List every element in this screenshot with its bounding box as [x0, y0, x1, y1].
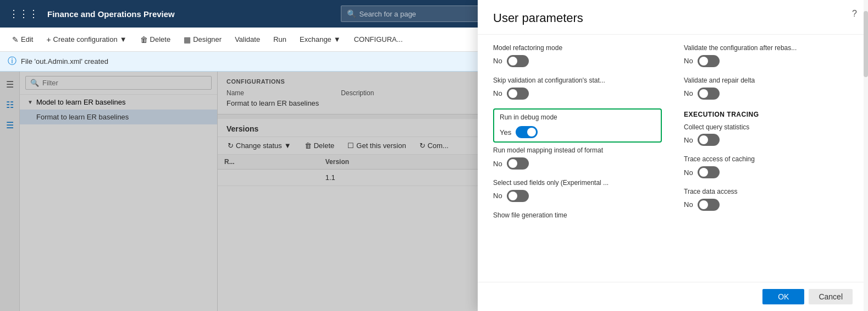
user-params-panel: User parameters ? Model refactoring mode…: [478, 0, 868, 311]
param-run-model-mapping: Run model mapping instead of format No: [493, 146, 662, 170]
cancel-button[interactable]: Cancel: [809, 289, 853, 304]
param-validate-rebase-value: No: [684, 57, 693, 65]
execution-tracing-header: EXECUTION TRACING: [684, 111, 853, 118]
param-debug-mode-highlight: Run in debug mode Yes: [493, 108, 662, 143]
param-select-used-fields-value: No: [493, 192, 502, 200]
trash-icon: 🗑: [140, 35, 148, 44]
param-trace-caching-value: No: [684, 168, 693, 177]
plus-icon: +: [46, 35, 51, 44]
grid-icon[interactable]: ⋮⋮⋮: [7, 6, 41, 22]
param-validate-repair-toggle[interactable]: [698, 88, 720, 100]
param-run-model-mapping-toggle[interactable]: [507, 157, 529, 170]
create-config-button[interactable]: + Create configuration ▼: [41, 33, 132, 46]
param-debug-mode-label: Run in debug mode: [500, 113, 655, 122]
param-trace-caching-toggle[interactable]: [698, 166, 720, 178]
param-select-used-fields-toggle[interactable]: [507, 190, 529, 202]
delete-button[interactable]: 🗑 Delete: [135, 33, 176, 46]
exchange-dropdown-icon: ▼: [334, 35, 341, 43]
info-icon: ⓘ: [8, 56, 16, 67]
param-debug-mode-toggle[interactable]: [516, 126, 538, 138]
validate-button[interactable]: Validate: [229, 33, 266, 46]
param-model-refactoring-value: No: [493, 57, 502, 65]
designer-icon: ▦: [184, 35, 191, 44]
configuration-button[interactable]: CONFIGURA...: [349, 33, 408, 46]
run-button[interactable]: Run: [268, 33, 292, 46]
search-icon: 🔍: [347, 9, 356, 18]
edit-button[interactable]: ✎ Edit: [7, 33, 38, 46]
param-validate-rebase: Validate the configuration after rebas..…: [684, 43, 853, 67]
param-collect-query: Collect query statistics No: [684, 123, 853, 146]
app-title: Finance and Operations Preview: [47, 9, 175, 19]
param-validate-repair: Validate and repair delta No: [684, 76, 853, 100]
param-validate-repair-label: Validate and repair delta: [684, 76, 853, 85]
param-select-used-fields: Select used fields only (Experimental ..…: [493, 178, 662, 202]
param-skip-validation-toggle[interactable]: [507, 88, 529, 100]
param-run-model-mapping-label: Run model mapping instead of format: [493, 146, 662, 155]
param-trace-data-access: Trace data access No: [684, 187, 853, 211]
panel-footer: OK Cancel: [478, 282, 868, 311]
param-show-file-gen-time: Show file generation time: [493, 211, 662, 222]
param-validate-rebase-toggle[interactable]: [698, 55, 720, 67]
param-run-model-mapping-value: No: [493, 160, 502, 168]
param-skip-validation: Skip validation at configuration's stat.…: [493, 76, 662, 100]
exchange-button[interactable]: Exchange ▼: [294, 33, 346, 46]
param-skip-validation-value: No: [493, 89, 502, 97]
param-skip-validation-label: Skip validation at configuration's stat.…: [493, 76, 662, 85]
param-trace-caching: Trace access of caching No: [684, 155, 853, 178]
param-trace-caching-label: Trace access of caching: [684, 155, 853, 164]
param-model-refactoring-label: Model refactoring mode: [493, 43, 662, 53]
panel-scrollbar[interactable]: [864, 35, 868, 282]
param-show-file-gen-time-label: Show file generation time: [493, 211, 662, 220]
params-left-col: Model refactoring mode No Skip validatio…: [493, 43, 662, 273]
param-debug-mode-value: Yes: [500, 128, 511, 137]
info-message: File 'out.Admin.xml' created: [21, 57, 108, 66]
param-trace-data-access-toggle[interactable]: [698, 199, 720, 211]
param-collect-query-toggle[interactable]: [698, 134, 720, 146]
designer-button[interactable]: ▦ Designer: [178, 33, 227, 46]
param-select-used-fields-label: Select used fields only (Experimental ..…: [493, 178, 662, 188]
param-model-refactoring: Model refactoring mode No: [493, 43, 662, 67]
scrollbar-thumb[interactable]: [864, 35, 868, 77]
param-collect-query-value: No: [684, 136, 693, 144]
panel-body: Model refactoring mode No Skip validatio…: [478, 35, 868, 282]
param-collect-query-label: Collect query statistics: [684, 123, 853, 132]
dropdown-arrow-icon: ▼: [120, 35, 127, 43]
param-model-refactoring-toggle[interactable]: [507, 55, 529, 67]
params-right-col: Validate the configuration after rebas..…: [684, 43, 853, 273]
param-trace-data-access-value: No: [684, 200, 693, 209]
panel-header: User parameters ?: [478, 0, 868, 35]
edit-icon: ✎: [12, 35, 19, 44]
param-validate-rebase-label: Validate the configuration after rebas..…: [684, 43, 853, 53]
param-trace-data-access-label: Trace data access: [684, 187, 853, 197]
ok-button[interactable]: OK: [762, 289, 804, 304]
help-icon[interactable]: ?: [852, 9, 857, 19]
param-validate-repair-value: No: [684, 89, 693, 97]
panel-title: User parameters: [493, 11, 853, 25]
